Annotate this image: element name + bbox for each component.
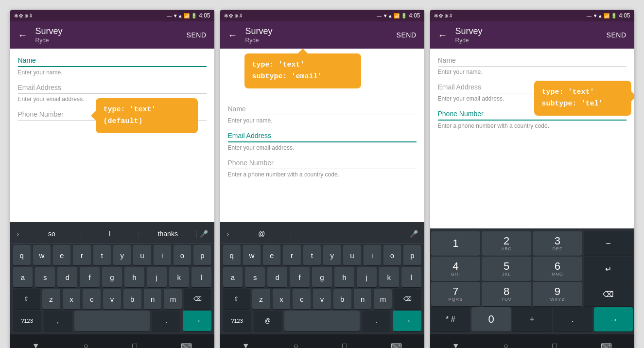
key-x-2[interactable]: x — [273, 289, 291, 309]
key-n-1[interactable]: n — [144, 289, 162, 309]
key-t-1[interactable]: t — [93, 245, 111, 265]
nav-back-1[interactable]: ▼ — [32, 342, 40, 348]
key-b-2[interactable]: b — [333, 289, 351, 309]
key-c-1[interactable]: c — [83, 289, 101, 309]
key-period-3[interactable]: . — [553, 307, 592, 331]
key-j-1[interactable]: j — [147, 267, 167, 287]
key-i-1[interactable]: i — [154, 245, 171, 265]
key-1[interactable]: 1 — [431, 231, 481, 256]
key-r-2[interactable]: r — [283, 245, 300, 265]
key-period-2[interactable]: . — [362, 311, 390, 331]
key-star-hash[interactable]: * # — [431, 307, 470, 331]
key-sym-1[interactable]: ?123 — [13, 311, 41, 331]
key-n-2[interactable]: n — [354, 289, 372, 309]
key-v-2[interactable]: v — [313, 289, 331, 309]
key-i-2[interactable]: i — [364, 245, 381, 265]
nav-home-3[interactable]: ○ — [504, 342, 508, 348]
key-space-1[interactable] — [74, 311, 150, 331]
key-r-1[interactable]: r — [73, 245, 90, 265]
key-k-2[interactable]: k — [379, 267, 399, 287]
key-enter-2[interactable]: → — [393, 311, 421, 331]
key-enter-line[interactable]: ↵ — [584, 257, 633, 281]
key-d-1[interactable]: d — [57, 267, 77, 287]
key-d-2[interactable]: d — [267, 267, 287, 287]
key-o-2[interactable]: o — [383, 245, 401, 265]
key-5[interactable]: 5 JKL — [482, 257, 531, 281]
key-c-2[interactable]: c — [293, 289, 311, 309]
key-enter-1[interactable]: → — [183, 311, 211, 331]
back-button-1[interactable]: ← — [18, 30, 28, 41]
key-q-2[interactable]: q — [223, 245, 241, 265]
key-7[interactable]: 7 PQRS — [431, 282, 481, 306]
send-button-1[interactable]: SEND — [187, 31, 207, 39]
key-l-2[interactable]: l — [401, 267, 421, 287]
key-period-1[interactable]: . — [152, 311, 180, 331]
key-w-1[interactable]: w — [33, 245, 51, 265]
key-m-1[interactable]: m — [164, 289, 182, 309]
key-v-1[interactable]: v — [103, 289, 121, 309]
key-a-1[interactable]: a — [13, 267, 33, 287]
key-b-1[interactable]: b — [123, 289, 141, 309]
key-8[interactable]: 8 TUV — [482, 282, 531, 306]
suggestion-arrow-2[interactable]: › — [223, 230, 233, 238]
key-g-2[interactable]: g — [312, 267, 332, 287]
key-at-2[interactable]: @ — [254, 311, 282, 331]
key-shift-2[interactable]: ⇧ — [223, 289, 250, 309]
mic-icon-1[interactable]: 🎤 — [197, 230, 211, 238]
key-shift-1[interactable]: ⇧ — [13, 289, 40, 309]
key-a-2[interactable]: a — [223, 267, 243, 287]
key-2[interactable]: 2 ABC — [482, 231, 531, 256]
key-k-1[interactable]: k — [169, 267, 189, 287]
nav-keyboard-3[interactable]: ⌨ — [601, 342, 612, 348]
key-s-1[interactable]: s — [35, 267, 55, 287]
nav-recents-1[interactable]: □ — [132, 342, 137, 348]
nav-keyboard-1[interactable]: ⌨ — [181, 342, 192, 348]
key-y-2[interactable]: y — [323, 245, 341, 265]
key-f-2[interactable]: f — [290, 267, 310, 287]
key-plus[interactable]: + — [512, 307, 552, 331]
key-z-1[interactable]: z — [42, 289, 60, 309]
key-4[interactable]: 4 GHI — [431, 257, 481, 281]
key-sym-2[interactable]: ?123 — [223, 311, 251, 331]
key-y-1[interactable]: y — [113, 245, 131, 265]
key-0[interactable]: 0 — [471, 307, 511, 331]
key-e-1[interactable]: e — [53, 245, 70, 265]
nav-back-3[interactable]: ▼ — [452, 342, 460, 348]
key-p-2[interactable]: p — [403, 245, 421, 265]
key-g-1[interactable]: g — [102, 267, 122, 287]
key-enter-3[interactable]: → — [594, 307, 633, 331]
nav-keyboard-2[interactable]: ⌨ — [391, 342, 402, 348]
suggestion-thanks[interactable]: thanks — [139, 230, 197, 238]
key-backspace-2[interactable]: ⌫ — [394, 289, 421, 309]
nav-home-1[interactable]: ○ — [84, 342, 88, 348]
key-u-2[interactable]: u — [343, 245, 361, 265]
send-button-3[interactable]: SEND — [607, 31, 627, 39]
key-q-1[interactable]: q — [13, 245, 31, 265]
key-h-1[interactable]: h — [124, 267, 144, 287]
key-l-1[interactable]: l — [191, 267, 211, 287]
suggestion-l[interactable]: l — [81, 230, 139, 238]
suggestion-at-2[interactable]: @ — [233, 230, 291, 238]
suggestion-so[interactable]: so — [23, 230, 81, 238]
key-u-1[interactable]: u — [133, 245, 151, 265]
nav-back-2[interactable]: ▼ — [242, 342, 250, 348]
suggestion-arrow-1[interactable]: › — [13, 230, 23, 238]
key-space-2[interactable] — [284, 311, 360, 331]
key-p-1[interactable]: p — [193, 245, 211, 265]
nav-recents-3[interactable]: □ — [552, 342, 557, 348]
key-w-2[interactable]: w — [243, 245, 261, 265]
key-f-1[interactable]: f — [80, 267, 100, 287]
key-comma-1[interactable]: , — [44, 311, 72, 331]
key-6[interactable]: 6 MNO — [533, 257, 582, 281]
key-m-2[interactable]: m — [374, 289, 392, 309]
key-9[interactable]: 9 WXYZ — [533, 282, 582, 306]
key-h-2[interactable]: h — [334, 267, 354, 287]
key-s-2[interactable]: s — [245, 267, 265, 287]
key-j-2[interactable]: j — [357, 267, 377, 287]
key-backspace-3[interactable]: ⌫ — [584, 282, 633, 306]
mic-icon-2[interactable]: 🎤 — [407, 230, 421, 238]
key-3[interactable]: 3 DEF — [533, 231, 582, 256]
key-x-1[interactable]: x — [63, 289, 81, 309]
key-minus[interactable]: − — [584, 231, 633, 256]
back-button-3[interactable]: ← — [438, 30, 448, 41]
